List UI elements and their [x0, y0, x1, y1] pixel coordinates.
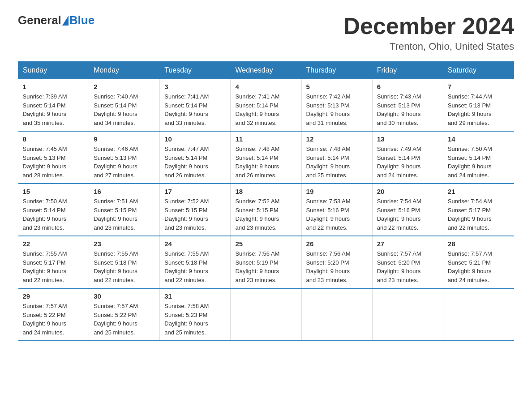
calendar-body: 1 Sunrise: 7:39 AMSunset: 5:14 PMDayligh… — [18, 79, 514, 341]
day-info: Sunrise: 7:56 AMSunset: 5:20 PMDaylight:… — [306, 250, 351, 283]
calendar-cell: 11 Sunrise: 7:48 AMSunset: 5:14 PMDaylig… — [231, 131, 301, 184]
header-saturday: Saturday — [443, 62, 514, 79]
month-title: December 2024 — [343, 13, 514, 39]
calendar-cell — [443, 288, 514, 341]
day-number: 25 — [235, 240, 296, 248]
day-info: Sunrise: 7:54 AMSunset: 5:17 PMDaylight:… — [448, 198, 492, 231]
day-info: Sunrise: 7:50 AMSunset: 5:14 PMDaylight:… — [23, 198, 67, 231]
calendar-cell: 2 Sunrise: 7:40 AMSunset: 5:14 PMDayligh… — [89, 79, 160, 132]
day-number: 23 — [94, 240, 155, 248]
day-info: Sunrise: 7:53 AMSunset: 5:16 PMDaylight:… — [306, 198, 351, 231]
calendar-cell: 15 Sunrise: 7:50 AMSunset: 5:14 PMDaylig… — [18, 184, 89, 236]
calendar-cell: 25 Sunrise: 7:56 AMSunset: 5:19 PMDaylig… — [231, 236, 301, 288]
day-info: Sunrise: 7:55 AMSunset: 5:17 PMDaylight:… — [23, 250, 67, 283]
day-info: Sunrise: 7:52 AMSunset: 5:15 PMDaylight:… — [164, 198, 209, 231]
day-info: Sunrise: 7:52 AMSunset: 5:15 PMDaylight:… — [235, 198, 279, 231]
calendar-cell: 28 Sunrise: 7:57 AMSunset: 5:21 PMDaylig… — [443, 236, 514, 288]
calendar-cell: 5 Sunrise: 7:42 AMSunset: 5:13 PMDayligh… — [301, 79, 372, 132]
week-row-5: 29 Sunrise: 7:57 AMSunset: 5:22 PMDaylig… — [18, 288, 514, 341]
day-number: 22 — [23, 240, 85, 248]
day-info: Sunrise: 7:54 AMSunset: 5:16 PMDaylight:… — [377, 198, 421, 231]
day-info: Sunrise: 7:42 AMSunset: 5:13 PMDaylight:… — [306, 93, 351, 126]
calendar-cell: 9 Sunrise: 7:46 AMSunset: 5:13 PMDayligh… — [89, 131, 160, 184]
day-info: Sunrise: 7:57 AMSunset: 5:22 PMDaylight:… — [94, 303, 138, 336]
day-number: 1 — [23, 83, 85, 90]
day-number: 9 — [94, 135, 155, 143]
day-info: Sunrise: 7:55 AMSunset: 5:18 PMDaylight:… — [94, 250, 138, 283]
day-number: 18 — [235, 188, 296, 195]
calendar-header: Sunday Monday Tuesday Wednesday Thursday… — [18, 62, 514, 79]
day-number: 2 — [94, 83, 155, 90]
day-info: Sunrise: 7:51 AMSunset: 5:15 PMDaylight:… — [94, 198, 138, 231]
calendar-cell: 26 Sunrise: 7:56 AMSunset: 5:20 PMDaylig… — [301, 236, 372, 288]
day-number: 30 — [94, 292, 155, 300]
day-number: 27 — [377, 240, 438, 248]
location-text: Trenton, Ohio, United States — [343, 41, 514, 52]
calendar-cell: 23 Sunrise: 7:55 AMSunset: 5:18 PMDaylig… — [89, 236, 160, 288]
header-friday: Friday — [372, 62, 443, 79]
calendar-cell: 17 Sunrise: 7:52 AMSunset: 5:15 PMDaylig… — [160, 184, 231, 236]
day-info: Sunrise: 7:56 AMSunset: 5:19 PMDaylight:… — [235, 250, 279, 283]
day-info: Sunrise: 7:57 AMSunset: 5:22 PMDaylight:… — [23, 303, 67, 336]
day-info: Sunrise: 7:39 AMSunset: 5:14 PMDaylight:… — [23, 93, 67, 126]
day-number: 15 — [23, 188, 85, 195]
week-row-1: 1 Sunrise: 7:39 AMSunset: 5:14 PMDayligh… — [18, 79, 514, 132]
day-number: 19 — [306, 188, 368, 195]
calendar-cell: 14 Sunrise: 7:50 AMSunset: 5:14 PMDaylig… — [443, 131, 514, 184]
header-thursday: Thursday — [301, 62, 372, 79]
calendar-cell: 3 Sunrise: 7:41 AMSunset: 5:14 PMDayligh… — [160, 79, 231, 132]
week-row-3: 15 Sunrise: 7:50 AMSunset: 5:14 PMDaylig… — [18, 184, 514, 236]
day-number: 14 — [448, 135, 510, 143]
day-number: 12 — [306, 135, 368, 143]
calendar-cell: 20 Sunrise: 7:54 AMSunset: 5:16 PMDaylig… — [372, 184, 443, 236]
week-row-4: 22 Sunrise: 7:55 AMSunset: 5:17 PMDaylig… — [18, 236, 514, 288]
calendar-cell: 13 Sunrise: 7:49 AMSunset: 5:14 PMDaylig… — [372, 131, 443, 184]
header-sunday: Sunday — [18, 62, 89, 79]
day-number: 21 — [448, 188, 510, 195]
day-number: 11 — [235, 135, 296, 143]
calendar-cell: 6 Sunrise: 7:43 AMSunset: 5:13 PMDayligh… — [372, 79, 443, 132]
logo-general-text: General — [18, 13, 61, 27]
days-of-week-row: Sunday Monday Tuesday Wednesday Thursday… — [18, 62, 514, 79]
day-number: 10 — [164, 135, 226, 143]
day-number: 20 — [377, 188, 438, 195]
day-number: 17 — [164, 188, 226, 195]
day-number: 13 — [377, 135, 438, 143]
day-info: Sunrise: 7:48 AMSunset: 5:14 PMDaylight:… — [235, 146, 279, 179]
calendar-cell: 4 Sunrise: 7:41 AMSunset: 5:14 PMDayligh… — [231, 79, 301, 132]
day-number: 24 — [164, 240, 226, 248]
calendar-cell: 24 Sunrise: 7:55 AMSunset: 5:18 PMDaylig… — [160, 236, 231, 288]
calendar-cell: 8 Sunrise: 7:45 AMSunset: 5:13 PMDayligh… — [18, 131, 89, 184]
calendar-cell: 27 Sunrise: 7:57 AMSunset: 5:20 PMDaylig… — [372, 236, 443, 288]
calendar-cell: 19 Sunrise: 7:53 AMSunset: 5:16 PMDaylig… — [301, 184, 372, 236]
day-info: Sunrise: 7:49 AMSunset: 5:14 PMDaylight:… — [377, 146, 421, 179]
day-number: 4 — [235, 83, 296, 90]
page-header: General Blue December 2024 Trenton, Ohio… — [18, 13, 514, 52]
calendar-cell — [372, 288, 443, 341]
day-number: 6 — [377, 83, 438, 90]
calendar-cell: 31 Sunrise: 7:58 AMSunset: 5:23 PMDaylig… — [160, 288, 231, 341]
day-info: Sunrise: 7:47 AMSunset: 5:14 PMDaylight:… — [164, 146, 209, 179]
header-wednesday: Wednesday — [231, 62, 301, 79]
day-number: 26 — [306, 240, 368, 248]
logo: General Blue — [18, 13, 94, 27]
calendar-cell: 16 Sunrise: 7:51 AMSunset: 5:15 PMDaylig… — [89, 184, 160, 236]
calendar-cell: 22 Sunrise: 7:55 AMSunset: 5:17 PMDaylig… — [18, 236, 89, 288]
calendar-cell: 1 Sunrise: 7:39 AMSunset: 5:14 PMDayligh… — [18, 79, 89, 132]
day-info: Sunrise: 7:43 AMSunset: 5:13 PMDaylight:… — [377, 93, 421, 126]
day-info: Sunrise: 7:58 AMSunset: 5:23 PMDaylight:… — [164, 303, 209, 336]
header-monday: Monday — [89, 62, 160, 79]
day-number: 5 — [306, 83, 368, 90]
calendar-cell: 12 Sunrise: 7:48 AMSunset: 5:14 PMDaylig… — [301, 131, 372, 184]
logo-blue-text: Blue — [69, 13, 94, 27]
day-number: 8 — [23, 135, 85, 143]
day-number: 3 — [164, 83, 226, 90]
header-tuesday: Tuesday — [160, 62, 231, 79]
calendar-cell — [231, 288, 301, 341]
day-number: 7 — [448, 83, 510, 90]
week-row-2: 8 Sunrise: 7:45 AMSunset: 5:13 PMDayligh… — [18, 131, 514, 184]
day-info: Sunrise: 7:48 AMSunset: 5:14 PMDaylight:… — [306, 146, 351, 179]
day-number: 28 — [448, 240, 510, 248]
day-info: Sunrise: 7:50 AMSunset: 5:14 PMDaylight:… — [448, 146, 492, 179]
day-info: Sunrise: 7:41 AMSunset: 5:14 PMDaylight:… — [164, 93, 209, 126]
